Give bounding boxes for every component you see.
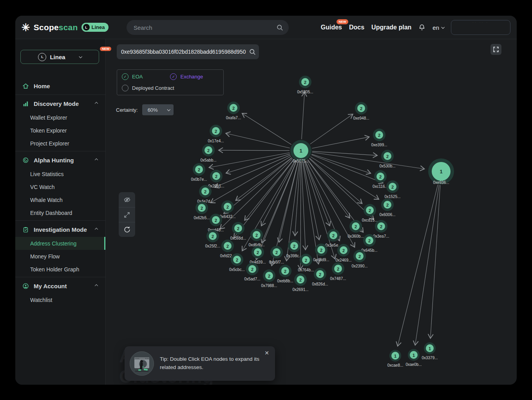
- svg-text:2: 2: [386, 154, 389, 159]
- sidebar-item-token-explorer[interactable]: Token Explorer: [15, 124, 105, 137]
- linea-logo-icon: L: [83, 24, 90, 31]
- sidebar-item-address-clustering[interactable]: Address Clustering: [15, 237, 105, 250]
- graph-node-0x826d[interactable]: 20x826d...: [312, 268, 328, 286]
- svg-text:2: 2: [358, 254, 361, 259]
- address-search-bar[interactable]: [117, 44, 259, 59]
- notification-bell-icon[interactable]: [418, 24, 425, 31]
- graph-node-0x530b[interactable]: 20x530b...: [379, 150, 395, 168]
- graph-node-label: 0x2691...: [292, 287, 308, 292]
- sidebar-item-project-explorer[interactable]: Project Explorer: [15, 137, 105, 150]
- address-input[interactable]: [121, 49, 249, 55]
- fullscreen-icon: [493, 46, 499, 53]
- fullscreen-button[interactable]: [490, 44, 501, 55]
- sidebar-item-watchlist[interactable]: Watchlist: [15, 293, 105, 306]
- hide-labels-button[interactable]: [119, 192, 135, 207]
- filter-deployed-contract[interactable]: Deployed Contract: [122, 85, 219, 91]
- sidebar-item-vc-watch[interactable]: VC Watch: [15, 180, 105, 193]
- graph-edge: [415, 185, 439, 345]
- divider: [15, 151, 105, 151]
- close-icon[interactable]: ✕: [264, 350, 269, 356]
- sidebar-item-home[interactable]: Home: [15, 78, 105, 93]
- graph-node-0x360b[interactable]: 20x360b...: [347, 220, 364, 238]
- clipboard-icon: [22, 226, 29, 233]
- svg-text:2: 2: [215, 174, 217, 179]
- certainty-dropdown[interactable]: 60%: [142, 104, 174, 115]
- graph-node-0x3e5e[interactable]: 20x3e5e...: [325, 229, 341, 247]
- graph-node-0x1525[interactable]: 20x1525...: [384, 180, 400, 199]
- graph-node-0x5abb[interactable]: 20x5abb...: [200, 144, 216, 162]
- graph-node-0xafa7[interactable]: 20xafa7...: [226, 102, 241, 120]
- graph-node-0x6432[interactable]: 20x6432...: [219, 200, 235, 219]
- sidebar-item-live-statistics[interactable]: Live Statistics: [15, 167, 105, 180]
- graph-canvas[interactable]: 10x5075...10xe936...20x5805...20xafa7...…: [106, 39, 517, 385]
- graph-node-0x2051[interactable]: 20x2051...: [208, 170, 224, 188]
- header-nav: GuidesNEW Docs Upgrade plan en ·· ·· ·: [321, 16, 510, 39]
- graph-node-0xc116[interactable]: 20xc116...: [373, 170, 388, 189]
- graph-node-0xe948[interactable]: 20xe948...: [353, 102, 369, 120]
- sidebar: L Linea NEW Home Discovery Mode Wallet E…: [15, 39, 106, 385]
- header: ✳ Scopescan L Linea GuidesNEW Docs Upgra…: [15, 16, 517, 39]
- graph-node-0xe399[interactable]: 20xe399...: [371, 129, 387, 147]
- graph-node-0x4d39[interactable]: 20x4d39...: [250, 246, 266, 264]
- filter-exchange[interactable]: ✓ Exchange: [170, 73, 203, 80]
- nav-guides[interactable]: GuidesNEW: [321, 24, 342, 31]
- refresh-graph-button[interactable]: [119, 222, 135, 237]
- brand-logo[interactable]: ✳ Scopescan L Linea: [22, 22, 109, 33]
- graph-node-0x6006[interactable]: 20x6006...: [379, 198, 395, 217]
- graph-node-0x2691[interactable]: 20x2691...: [292, 273, 308, 292]
- graph-node-0x25f2[interactable]: 20x25f2...: [205, 230, 220, 248]
- graph-node-0x2390[interactable]: 20x2390...: [351, 250, 367, 268]
- eye-off-icon: [123, 196, 131, 204]
- graph-node-0x0b7e[interactable]: 20x0b7e...: [191, 163, 207, 182]
- svg-text:2: 2: [232, 106, 235, 111]
- svg-text:1: 1: [413, 353, 415, 358]
- graph-node-0x17e4[interactable]: 20x17e4...: [208, 125, 224, 143]
- graph-node-0xae0b[interactable]: 10xae0b...: [405, 349, 422, 367]
- nav-docs[interactable]: Docs: [349, 24, 364, 31]
- graph-node-0xcae8[interactable]: 10xcae8...: [387, 350, 404, 367]
- graph-node-0xeb8b[interactable]: 20xeb8b...: [277, 265, 293, 283]
- graph-edge: [226, 133, 290, 148]
- sidebar-section-discovery-mode[interactable]: Discovery Mode: [15, 96, 105, 111]
- search-input[interactable]: [134, 24, 277, 31]
- graph-node-0xcd15[interactable]: 20xcd15...: [362, 204, 378, 222]
- graph-node-0x3379[interactable]: 10x3379...: [422, 342, 438, 360]
- nav-upgrade-plan[interactable]: Upgrade plan: [371, 24, 411, 31]
- graph-node-0x62b5[interactable]: 20x62b5...: [194, 202, 210, 220]
- sidebar-item-wallet-explorer[interactable]: Wallet Explorer: [15, 111, 105, 124]
- svg-text:1: 1: [299, 148, 302, 154]
- sidebar-item-entity-dashboard[interactable]: Entity Dashboard: [15, 206, 105, 219]
- sidebar-section-my-account[interactable]: My Account: [15, 278, 105, 293]
- svg-text:2: 2: [207, 148, 210, 153]
- graph-node-0xd6db[interactable]: 20xd6db...: [248, 229, 264, 247]
- checked-circle-icon[interactable]: ✓: [122, 73, 128, 80]
- graph-node-0x5ad7[interactable]: 20x5ad7...: [244, 263, 260, 281]
- graph-node-0x3ea7[interactable]: 20x3ea7...: [373, 220, 389, 238]
- checked-circle-icon[interactable]: ✓: [170, 73, 177, 80]
- network-dropdown[interactable]: L Linea NEW: [20, 50, 99, 64]
- global-search[interactable]: [127, 20, 289, 35]
- graph-node-0x7487[interactable]: 20x7487...: [330, 262, 346, 281]
- expand-graph-button[interactable]: [119, 207, 135, 222]
- header-outlined-button[interactable]: ·· ·· ·: [451, 20, 510, 35]
- graph-node-0x5075[interactable]: 10x5075...: [290, 140, 311, 163]
- svg-text:2: 2: [275, 250, 278, 255]
- sidebar-item-money-flow[interactable]: Money Flow: [15, 250, 105, 263]
- graph-node-0x5805[interactable]: 20x5805...: [297, 76, 313, 94]
- filter-eoa[interactable]: ✓ EOA: [122, 73, 143, 80]
- sidebar-section-investigation-mode[interactable]: Investigation Mode: [15, 222, 105, 237]
- sidebar-section-alpha-hunting[interactable]: Alpha Hunting: [15, 153, 105, 167]
- graph-node-0xe936[interactable]: 10xe936...: [428, 158, 454, 185]
- sidebar-item-token-holder-graph[interactable]: Token Holder Graph: [15, 263, 105, 276]
- graph-node-0x398c[interactable]: 20x398c...: [286, 240, 302, 258]
- graph-node-label: 0x5cbc...: [229, 267, 245, 272]
- graph-node-0xb5f7[interactable]: 20xb5f7...: [269, 246, 284, 264]
- svg-text:2: 2: [299, 278, 302, 282]
- graph-edge: [209, 153, 290, 167]
- graph-node-0x7988[interactable]: 20x7988...: [261, 269, 277, 288]
- chevron-up-icon: [95, 284, 98, 287]
- graph-edge: [242, 113, 291, 145]
- sidebar-item-whale-watch[interactable]: Whale Watch: [15, 193, 105, 206]
- language-selector[interactable]: en: [432, 24, 444, 31]
- unchecked-circle-icon[interactable]: [122, 85, 128, 91]
